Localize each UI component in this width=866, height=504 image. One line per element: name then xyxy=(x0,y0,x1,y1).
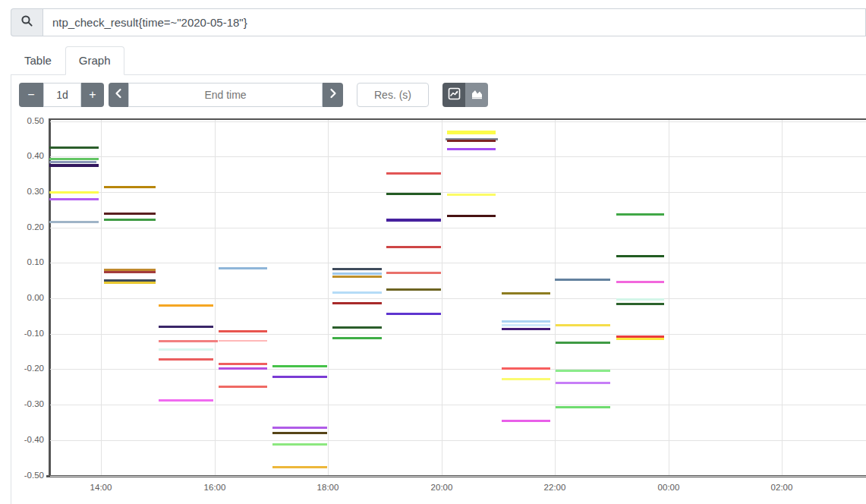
stacked-chart-toggle[interactable] xyxy=(465,83,488,107)
resolution-input[interactable] xyxy=(357,83,429,107)
line-chart-toggle[interactable] xyxy=(442,83,465,107)
range-control: − + xyxy=(19,83,104,107)
resolution-control xyxy=(357,83,429,107)
end-time-input[interactable] xyxy=(128,83,323,107)
plus-icon: + xyxy=(89,88,96,102)
end-time-control xyxy=(109,83,343,107)
end-time-next-button[interactable] xyxy=(323,83,343,107)
chevron-left-icon xyxy=(114,88,123,102)
tab-bar: Table Graph xyxy=(11,46,866,75)
chevron-right-icon xyxy=(329,88,338,102)
range-decrease-button[interactable]: − xyxy=(19,83,43,107)
minus-icon: − xyxy=(27,88,34,102)
tab-graph[interactable]: Graph xyxy=(65,46,124,75)
search-icon xyxy=(20,14,33,30)
search-addon xyxy=(11,8,43,36)
range-input[interactable] xyxy=(43,83,81,107)
chart-mode-toggle xyxy=(442,83,488,107)
end-time-prev-button[interactable] xyxy=(109,83,128,107)
query-bar xyxy=(11,8,866,36)
range-increase-button[interactable]: + xyxy=(81,83,104,107)
line-chart-icon xyxy=(448,87,461,103)
query-input[interactable] xyxy=(43,8,866,36)
graph-panel xyxy=(11,74,866,504)
prometheus-expression-browser: Table Graph − + xyxy=(0,0,866,504)
stacked-chart-icon xyxy=(471,87,483,103)
tab-table[interactable]: Table xyxy=(11,46,65,75)
